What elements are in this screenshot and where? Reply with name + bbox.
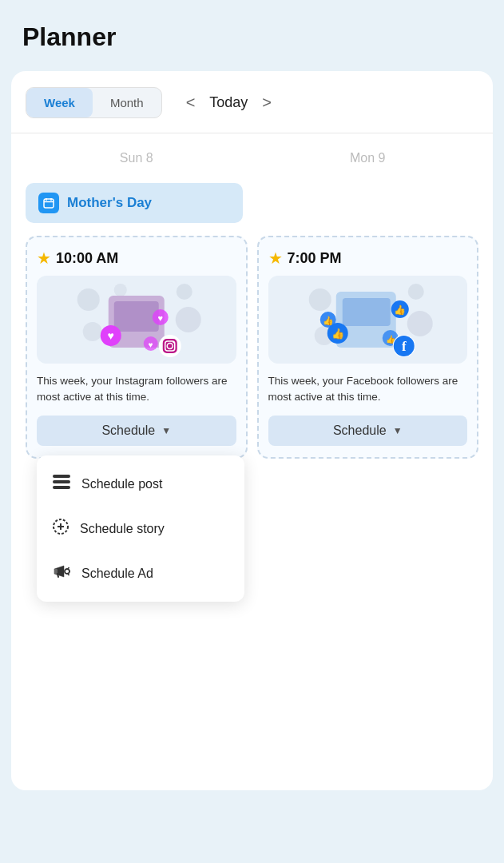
divider (11, 133, 493, 133)
event-icon (38, 193, 59, 213)
controls-row: Week Month < Today > (26, 87, 478, 118)
header: Planner (0, 0, 504, 65)
schedule-dropdown-menu: Schedule post Schedule (37, 455, 244, 602)
schedule-story-label: Schedule story (80, 522, 165, 536)
fb-illustration-svg: 👍 👍 👍 👍 f (268, 276, 468, 364)
lines-icon (53, 475, 70, 489)
event-label: Mother's Day (67, 195, 152, 211)
schedule-post-label: Schedule post (81, 477, 162, 491)
svg-rect-24 (53, 486, 70, 489)
svg-text:♥: ♥ (157, 313, 163, 323)
month-toggle-btn[interactable]: Month (93, 88, 161, 117)
card-time-fb: 7:00 PM (288, 250, 342, 267)
svg-text:♥: ♥ (149, 340, 153, 349)
svg-point-29 (65, 569, 69, 574)
schedule-ad-icon (53, 564, 70, 583)
ig-schedule-container: Schedule ▼ (37, 416, 236, 446)
svg-point-5 (177, 284, 192, 300)
schedule-post-icon (53, 475, 70, 493)
svg-text:f: f (401, 339, 406, 354)
svg-point-6 (176, 307, 201, 332)
nav-group: < Today > (180, 90, 278, 115)
view-toggle-group: Week Month (26, 87, 162, 118)
star-icon-ig: ★ (37, 249, 51, 268)
svg-point-34 (407, 284, 423, 300)
fb-schedule-label: Schedule (333, 424, 387, 438)
ig-schedule-btn[interactable]: Schedule ▼ (37, 416, 236, 446)
ig-dropdown-arrow: ▼ (161, 425, 171, 436)
facebook-post-card: ★ 7:00 PM (257, 236, 479, 459)
star-icon-fb: ★ (268, 249, 283, 268)
svg-point-8 (114, 284, 127, 296)
svg-line-32 (68, 574, 69, 575)
today-label: Today (209, 94, 248, 111)
svg-point-4 (77, 288, 100, 311)
svg-rect-38 (342, 298, 390, 326)
svg-rect-0 (44, 199, 54, 208)
week-toggle-btn[interactable]: Week (26, 88, 93, 117)
fb-schedule-btn[interactable]: Schedule ▼ (268, 416, 468, 446)
page-title: Planner (22, 22, 482, 52)
svg-point-33 (308, 288, 331, 311)
calendar-icon (43, 197, 54, 209)
svg-rect-23 (53, 480, 70, 483)
megaphone-icon (53, 564, 70, 579)
instagram-post-card: ★ 10:00 AM (26, 236, 248, 459)
day-header-sun: Sun 8 (26, 145, 248, 172)
prev-arrow-btn[interactable]: < (180, 90, 202, 115)
ig-illustration-svg: ♥ ♥ ♥ (37, 276, 236, 364)
ig-card-text: This week, your Instagram followers are … (37, 373, 236, 404)
schedule-ad-label: Schedule Ad (81, 567, 153, 581)
svg-text:♥: ♥ (108, 329, 114, 342)
svg-point-7 (83, 322, 102, 341)
ig-illustration: ♥ ♥ ♥ (37, 276, 236, 364)
event-banner: Mother's Day (26, 183, 243, 223)
svg-rect-10 (114, 301, 159, 332)
svg-point-35 (407, 311, 432, 336)
svg-rect-22 (53, 475, 70, 478)
next-arrow-btn[interactable]: > (256, 90, 278, 115)
svg-line-30 (68, 567, 69, 569)
svg-text:👍: 👍 (331, 327, 344, 340)
schedule-post-item[interactable]: Schedule post (37, 462, 244, 506)
schedule-story-item[interactable]: Schedule story (37, 506, 244, 551)
card-time-row-fb: ★ 7:00 PM (268, 249, 468, 268)
content-card: Week Month < Today > Sun 8 Mon 9 (11, 71, 493, 790)
fb-card-text: This week, your Facebook followers are m… (268, 373, 468, 404)
schedule-ad-item[interactable]: Schedule Ad (37, 551, 244, 595)
svg-rect-28 (54, 569, 58, 574)
cards-grid: ★ 10:00 AM (26, 236, 478, 459)
card-time-ig: 10:00 AM (56, 250, 118, 267)
card-time-row-ig: ★ 10:00 AM (37, 249, 236, 268)
day-headers: Sun 8 Mon 9 (26, 145, 478, 172)
page-wrapper: Planner Week Month < Today > Sun 8 Mon 9 (0, 0, 504, 863)
fb-illustration: 👍 👍 👍 👍 f (268, 276, 468, 364)
schedule-story-icon (53, 519, 69, 539)
svg-point-21 (173, 342, 174, 344)
day-header-mon: Mon 9 (257, 145, 479, 172)
svg-text:👍: 👍 (322, 315, 333, 326)
svg-text:👍: 👍 (394, 304, 406, 316)
ig-schedule-label: Schedule (101, 424, 155, 438)
fb-dropdown-arrow: ▼ (393, 425, 403, 436)
circle-plus-icon (53, 519, 69, 535)
